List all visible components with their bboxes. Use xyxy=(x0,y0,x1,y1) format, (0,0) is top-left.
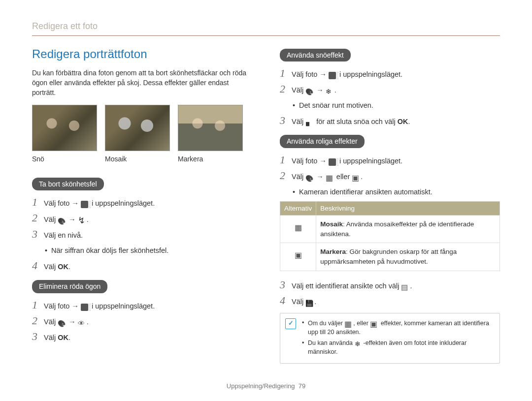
right-column: Använda snöeffekt 1 Välj foto i uppspeln… xyxy=(280,46,500,364)
pill-snow-effect: Använda snöeffekt xyxy=(280,49,351,62)
sub-bullet: När siffran ökar döljs fler skönhetsfel. xyxy=(45,246,252,256)
left-column: Redigera porträttfoton Du kan förbättra … xyxy=(32,46,252,364)
steps-fun-effects: 1 Välj foto i uppspelningsläget. 2 Välj … xyxy=(280,154,500,182)
header-rule xyxy=(32,35,500,36)
red-eye-icon xyxy=(78,318,87,326)
steps-remove-blemishes: 1 Välj foto i uppspelningsläget. 2 Välj … xyxy=(32,196,252,241)
sample-image-labels: Snö Mosaik Markera xyxy=(32,154,252,164)
ok-icon: OK xyxy=(58,263,68,271)
arrow-icon xyxy=(314,173,326,181)
ok-icon: OK xyxy=(58,334,68,341)
arrow-icon xyxy=(314,86,326,94)
pill-fun-effects: Använda roliga effekter xyxy=(280,135,365,148)
mosaic-icon xyxy=(294,221,302,228)
arrow-icon xyxy=(66,216,78,223)
table-header-option: Alternativ xyxy=(280,201,316,216)
sample-image-mosaic xyxy=(105,105,170,151)
retouch-icon xyxy=(78,214,87,221)
highlight-icon xyxy=(370,318,379,326)
palette-icon xyxy=(305,173,314,181)
face-select-icon xyxy=(401,282,410,289)
effects-table: Alternativ Beskrivning Mosaik: Använda m… xyxy=(280,201,500,271)
table-header-description: Beskrivning xyxy=(316,201,500,216)
edit-mode-icon xyxy=(81,200,90,207)
sub-bullet: Det snöar runt motiven. xyxy=(293,100,500,111)
highlight-icon xyxy=(294,248,302,256)
intro-text: Du kan förbättra dina foton genom att ta… xyxy=(32,68,252,98)
steps-red-eye: 1 Välj foto i uppspelningsläget. 2 Välj … xyxy=(32,299,252,343)
arrow-icon xyxy=(317,70,329,78)
sample-image-snow xyxy=(32,105,97,151)
sample-image-row xyxy=(32,105,252,151)
steps-snow-effect: 1 Välj foto i uppspelningsläget. 2 Välj … xyxy=(280,67,500,95)
image-label-highlight: Markera xyxy=(178,154,243,164)
page-footer: Uppspelning/Redigering 79 xyxy=(0,382,532,391)
edit-mode-icon xyxy=(81,303,90,310)
arrow-icon xyxy=(317,157,329,165)
info-box: ✓ Om du väljer , eller effekter, kommer … xyxy=(280,313,500,364)
arrow-icon xyxy=(66,318,78,326)
palette-icon xyxy=(58,318,66,326)
edit-mode-icon xyxy=(329,71,337,78)
arrow-icon xyxy=(69,199,81,207)
highlight-icon xyxy=(352,172,361,180)
mosaic-icon xyxy=(344,318,353,326)
sub-bullet: Kameran identifierar ansikten automatisk… xyxy=(293,187,500,197)
snow-icon xyxy=(355,339,364,346)
arrow-icon xyxy=(69,302,81,310)
pill-remove-blemishes: Ta bort skönhetsfel xyxy=(32,178,104,190)
mosaic-icon xyxy=(326,172,334,180)
sample-image-highlight xyxy=(178,105,243,151)
image-label-snow: Snö xyxy=(32,154,97,164)
edit-mode-icon xyxy=(329,157,337,165)
ok-icon: OK xyxy=(398,118,408,125)
table-row: Mosaik: Använda mosaikeffekter på de ide… xyxy=(280,216,500,243)
pause-icon xyxy=(305,118,314,125)
save-icon xyxy=(305,298,314,306)
page-header: Redigera ett foto xyxy=(32,20,500,32)
section-title: Redigera porträttfoton xyxy=(32,46,252,63)
palette-icon xyxy=(58,216,66,223)
table-row: Markera: Gör bakgrunden oskarp för att f… xyxy=(280,243,500,271)
snow-icon xyxy=(326,87,334,94)
note-icon: ✓ xyxy=(285,318,296,329)
pill-red-eye: Eliminera röda ögon xyxy=(32,280,107,293)
palette-icon xyxy=(305,87,314,94)
image-label-mosaic: Mosaik xyxy=(105,154,170,164)
